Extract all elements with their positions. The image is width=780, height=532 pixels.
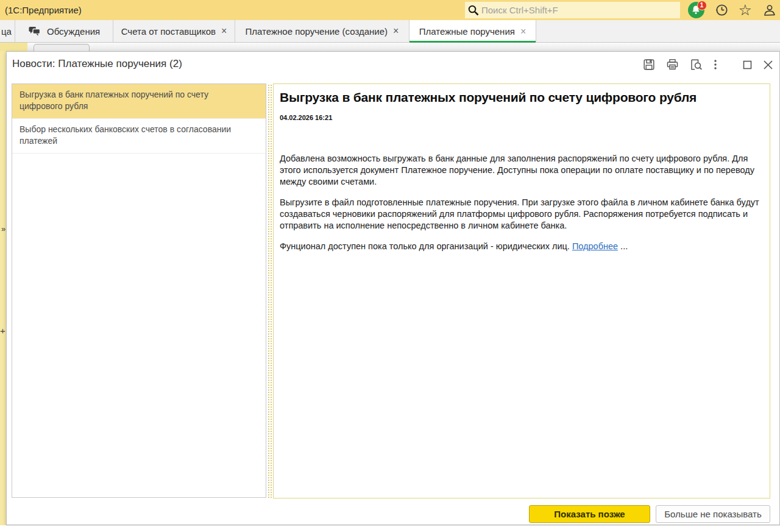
close-icon[interactable] [763,60,773,70]
bottom-strip [0,525,780,532]
dialog-toolbar [643,59,773,71]
tab-close-icon[interactable]: × [221,26,227,36]
clipped-panel-icon: + [0,325,5,336]
background-window-strip [0,43,780,51]
maximize-icon[interactable] [743,60,752,69]
tab-payment-order-new[interactable]: Платежное поручение (создание) × [235,20,410,42]
tab-label: Счета от поставщиков [121,26,216,37]
details-link[interactable]: Подробнее [572,241,618,251]
news-article-panel: Выгрузка в банк платежных поручений по с… [273,83,770,498]
news-dialog: Новости: Платежные поручения (2) [6,51,780,525]
title-bar: (1С:Предприятие) Поиск Ctrl+Shift+F 1 [0,0,780,20]
tab-close-icon[interactable]: × [393,26,399,36]
dialog-title: Новости: Платежные поручения (2) [12,58,182,70]
tab-label: Платежное поручение (создание) [246,26,388,37]
panel-splitter[interactable] [267,83,273,498]
tab-discussions[interactable]: Обсуждения [15,20,113,42]
history-icon[interactable] [715,3,729,17]
tab-label: Платежные поручения [419,26,515,37]
article-text: Фунционал доступен пока только для орган… [280,241,572,251]
news-list: Выгрузка в банк платежных поручений по с… [12,83,266,498]
background-form-fragment [0,43,27,51]
save-icon[interactable] [643,59,655,71]
notifications-button[interactable]: 1 [688,2,705,19]
topbar-icons: 1 ☆ [688,0,776,20]
article-date: 04.02.2026 16:21 [280,114,764,121]
favorites-star-icon[interactable]: ☆ [739,2,752,19]
app-window: (1С:Предприятие) Поиск Ctrl+Shift+F 1 [0,0,780,532]
article-paragraph: Выгрузите в файл подготовленные платежны… [280,197,764,232]
tab-label: Обсуждения [47,26,100,37]
tab-clipped[interactable]: ца [0,20,15,42]
preview-search-icon[interactable] [690,59,703,71]
chat-bubbles-icon [28,26,41,37]
notification-badge: 1 [697,1,707,10]
tab-payment-orders-active[interactable]: Платежные поручения × [410,20,536,43]
show-later-button[interactable]: Показать позже [529,505,650,523]
article-paragraph: Добавлена возможность выгружать в банк д… [280,153,764,188]
background-window-left-edge: » + [0,51,6,525]
global-search-input[interactable]: Поиск Ctrl+Shift+F [465,2,680,18]
search-placeholder: Поиск Ctrl+Shift+F [481,5,558,15]
clipped-panel-icon: » [1,224,5,233]
tab-clipped-label: ца [1,26,12,37]
hidden-button-fragment [34,44,90,51]
news-list-item[interactable]: Выбор нескольких банковских счетов в сог… [12,119,266,154]
print-icon[interactable] [666,59,679,71]
news-list-item-selected[interactable]: Выгрузка в банк платежных поручений по с… [12,84,266,119]
tab-close-icon[interactable]: × [520,27,526,37]
article-paragraph: Фунционал доступен пока только для орган… [280,241,764,252]
article-text: ... [618,241,628,251]
tab-bar: ца Обсуждения Счета от поставщиков × Пла… [0,20,780,43]
article-spacer [280,121,764,153]
tab-supplier-invoices[interactable]: Счета от поставщиков × [113,20,235,42]
app-title: (1С:Предприятие) [5,0,82,20]
search-icon [467,4,480,16]
user-icon[interactable] [762,3,776,17]
dont-show-again-button[interactable]: Больше не показывать [656,505,770,523]
more-menu-icon[interactable] [714,59,717,71]
article-title: Выгрузка в банк платежных поручений по с… [280,89,764,105]
